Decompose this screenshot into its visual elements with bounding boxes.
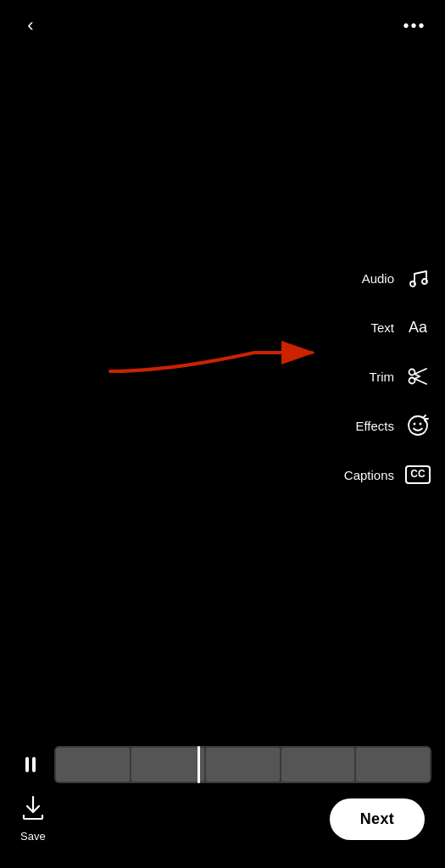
right-tools: Audio Text Aa Trim xyxy=(344,263,433,490)
svg-line-5 xyxy=(414,379,426,384)
music-icon xyxy=(403,263,433,293)
text-tool[interactable]: Text Aa xyxy=(344,312,433,342)
timeline-area xyxy=(0,746,445,783)
next-button[interactable]: Next xyxy=(330,798,425,840)
save-label: Save xyxy=(20,830,46,843)
trim-tool[interactable]: Trim xyxy=(344,361,433,392)
effects-tool[interactable]: Effects xyxy=(344,410,433,441)
text-label: Text xyxy=(370,320,394,335)
svg-line-7 xyxy=(414,376,420,379)
scrubber-segments xyxy=(54,746,431,783)
text-icon: Aa xyxy=(403,312,433,342)
pause-icon xyxy=(25,757,36,772)
arrow-annotation xyxy=(102,329,322,383)
scrubber-segment xyxy=(56,748,130,782)
effects-label: Effects xyxy=(355,419,394,433)
audio-tool[interactable]: Audio xyxy=(344,263,433,293)
cc-badge: CC xyxy=(405,465,430,484)
bottom-bar: Save Next xyxy=(0,787,445,868)
top-bar: ‹ ••• xyxy=(0,0,445,51)
scissors-icon xyxy=(403,361,433,392)
svg-point-1 xyxy=(422,279,427,284)
svg-point-0 xyxy=(410,281,415,287)
timeline-track xyxy=(14,746,431,783)
svg-point-10 xyxy=(420,423,422,426)
captions-icon: CC xyxy=(403,459,433,490)
scrubber-segment xyxy=(281,748,355,782)
save-icon xyxy=(21,795,45,826)
more-icon: ••• xyxy=(403,16,426,36)
more-button[interactable]: ••• xyxy=(399,10,430,41)
play-pause-button[interactable] xyxy=(14,748,47,782)
save-button[interactable]: Save xyxy=(20,795,46,843)
audio-label: Audio xyxy=(362,271,394,286)
scrubber-segment xyxy=(356,748,430,782)
back-button[interactable]: ‹ xyxy=(15,10,46,41)
scrubber-playhead xyxy=(197,746,200,783)
arrow-svg xyxy=(102,329,322,380)
back-icon: ‹ xyxy=(27,14,33,36)
scrubber-segment xyxy=(131,748,205,782)
svg-line-4 xyxy=(414,369,426,374)
scrubber-segment xyxy=(206,748,280,782)
app: ‹ ••• Audio Text Aa Trim xyxy=(0,0,445,868)
trim-label: Trim xyxy=(370,370,394,384)
effects-icon xyxy=(403,410,433,441)
captions-tool[interactable]: Captions CC xyxy=(344,459,433,490)
scrubber[interactable] xyxy=(54,746,431,783)
svg-point-8 xyxy=(409,416,427,435)
svg-point-9 xyxy=(414,423,416,426)
captions-label: Captions xyxy=(344,468,394,482)
